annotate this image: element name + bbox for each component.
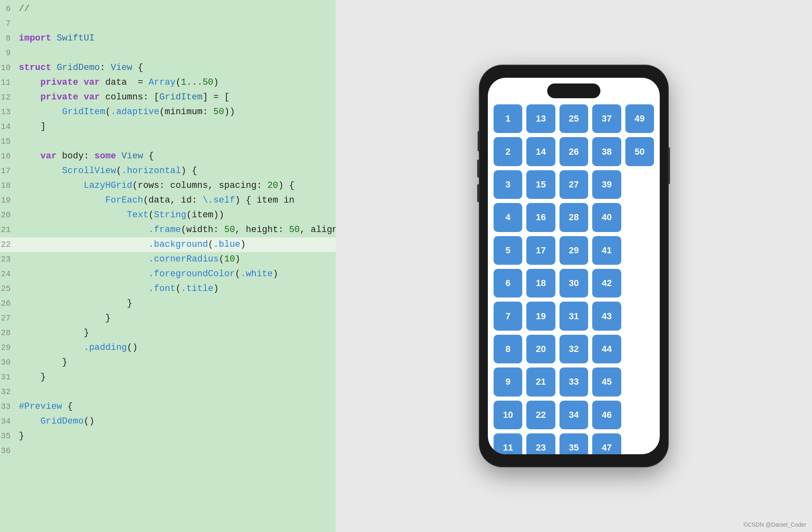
iphone-frame: 1234567891011121314151617181920212223242… bbox=[480, 65, 668, 467]
code-line-21: 21 .frame(width: 50, height: 50, alignme… bbox=[0, 223, 336, 237]
code-line-31: 31 } bbox=[0, 370, 336, 385]
grid-item: 47 bbox=[592, 433, 621, 454]
line-number: 27 bbox=[0, 311, 17, 326]
line-number: 22 bbox=[0, 237, 17, 252]
code-line-10: 10struct GridDemo: View { bbox=[0, 61, 336, 75]
dynamic-island bbox=[547, 83, 600, 98]
code-line-12: 12 private var columns: [GridItem] = [ bbox=[0, 90, 336, 105]
grid-item: 49 bbox=[625, 104, 654, 133]
line-number: 32 bbox=[0, 385, 17, 399]
line-content: .font(.title) bbox=[17, 282, 219, 296]
code-line-24: 24 .foregroundColor(.white) bbox=[0, 267, 336, 282]
grid-item: 40 bbox=[592, 203, 621, 232]
line-content: ScrollView(.horizontal) { bbox=[17, 164, 197, 178]
grid-item: 10 bbox=[494, 401, 522, 429]
grid-content: 1234567891011121314151617181920212223242… bbox=[488, 78, 660, 454]
grid-item: 39 bbox=[592, 170, 621, 199]
grid-item: 4 bbox=[494, 203, 522, 232]
line-number: 25 bbox=[0, 282, 17, 296]
line-number: 15 bbox=[0, 134, 17, 149]
grid-item: 6 bbox=[494, 269, 522, 298]
code-line-14: 14 ] bbox=[0, 119, 336, 134]
grid-item: 3 bbox=[494, 170, 522, 199]
line-number: 21 bbox=[0, 223, 17, 237]
code-line-6: 6// bbox=[0, 2, 336, 16]
line-number: 11 bbox=[0, 75, 17, 90]
grid-item: 16 bbox=[526, 203, 555, 232]
line-number: 17 bbox=[0, 164, 17, 178]
grid-item: 5 bbox=[494, 236, 522, 265]
grid-item: 26 bbox=[559, 137, 588, 166]
line-number: 16 bbox=[0, 149, 17, 164]
grid-item: 9 bbox=[494, 367, 522, 396]
grid-item: 33 bbox=[559, 367, 588, 396]
grid-item: 45 bbox=[592, 367, 621, 396]
grid-item: 30 bbox=[559, 269, 588, 298]
volume-up-button bbox=[477, 160, 480, 178]
grid-item: 34 bbox=[559, 401, 588, 429]
grid-item: 19 bbox=[526, 302, 555, 330]
grid-item: 32 bbox=[559, 335, 588, 363]
line-number: 34 bbox=[0, 414, 17, 429]
code-line-16: 16 var body: some View { bbox=[0, 149, 336, 164]
grid-item: 23 bbox=[526, 433, 555, 454]
line-content: } bbox=[17, 355, 68, 370]
line-content: } bbox=[17, 326, 89, 340]
line-number: 12 bbox=[0, 90, 17, 105]
line-content: GridItem(.adaptive(minimum: 50)) bbox=[17, 105, 235, 119]
line-number: 9 bbox=[0, 46, 17, 61]
line-content: private var data = Array(1...50) bbox=[17, 75, 219, 90]
line-number: 30 bbox=[0, 355, 17, 370]
code-line-18: 18 LazyHGrid(rows: columns, spacing: 20)… bbox=[0, 178, 336, 193]
line-number: 13 bbox=[0, 105, 17, 119]
grid-item: 27 bbox=[559, 170, 588, 199]
line-number: 19 bbox=[0, 193, 17, 208]
code-line-19: 19 ForEach(data, id: \.self) { item in bbox=[0, 193, 336, 208]
iphone-screen: 1234567891011121314151617181920212223242… bbox=[488, 78, 660, 454]
grid-item: 35 bbox=[559, 433, 588, 454]
code-line-23: 23 .cornerRadius(10) bbox=[0, 252, 336, 267]
code-lines: 6//78import SwiftUI910struct GridDemo: V… bbox=[0, 0, 336, 460]
line-number: 18 bbox=[0, 178, 17, 193]
line-content: #Preview { bbox=[17, 399, 73, 414]
line-content: } bbox=[17, 370, 46, 385]
line-number: 26 bbox=[0, 296, 17, 311]
line-number: 33 bbox=[0, 399, 17, 414]
line-number: 35 bbox=[0, 429, 17, 444]
grid-item: 25 bbox=[559, 104, 588, 133]
grid-item: 21 bbox=[526, 367, 555, 396]
line-number: 14 bbox=[0, 119, 17, 134]
grid-container: 1234567891011121314151617181920212223242… bbox=[494, 104, 654, 454]
grid-item: 15 bbox=[526, 170, 555, 199]
line-content: .frame(width: 50, height: 50, alignment:… bbox=[17, 223, 336, 237]
line-number: 8 bbox=[0, 31, 17, 46]
line-content: private var columns: [GridItem] = [ bbox=[17, 90, 230, 105]
grid-item: 8 bbox=[494, 335, 522, 363]
line-number: 28 bbox=[0, 326, 17, 340]
code-line-29: 29 .padding() bbox=[0, 340, 336, 355]
line-number: 24 bbox=[0, 267, 17, 282]
line-number: 31 bbox=[0, 370, 17, 385]
code-line-22: 22 .background(.blue) bbox=[0, 237, 336, 252]
grid-item: 41 bbox=[592, 236, 621, 265]
grid-item: 38 bbox=[592, 137, 621, 166]
code-line-7: 7 bbox=[0, 16, 336, 31]
grid-item: 43 bbox=[592, 302, 621, 330]
grid-item: 13 bbox=[526, 104, 555, 133]
code-line-17: 17 ScrollView(.horizontal) { bbox=[0, 164, 336, 178]
code-line-35: 35} bbox=[0, 429, 336, 444]
code-line-28: 28 } bbox=[0, 326, 336, 340]
line-content: } bbox=[17, 311, 111, 326]
line-content: ] bbox=[17, 119, 46, 134]
line-number: 23 bbox=[0, 252, 17, 267]
line-content: ForEach(data, id: \.self) { item in bbox=[17, 193, 294, 208]
grid-item: 31 bbox=[559, 302, 588, 330]
code-line-30: 30 } bbox=[0, 355, 336, 370]
grid-item: 14 bbox=[526, 137, 555, 166]
grid-item: 50 bbox=[625, 137, 654, 166]
code-line-15: 15 bbox=[0, 134, 336, 149]
line-content: } bbox=[17, 429, 24, 444]
line-content: // bbox=[17, 2, 29, 16]
line-content: .padding() bbox=[17, 340, 138, 355]
code-line-32: 32 bbox=[0, 385, 336, 399]
